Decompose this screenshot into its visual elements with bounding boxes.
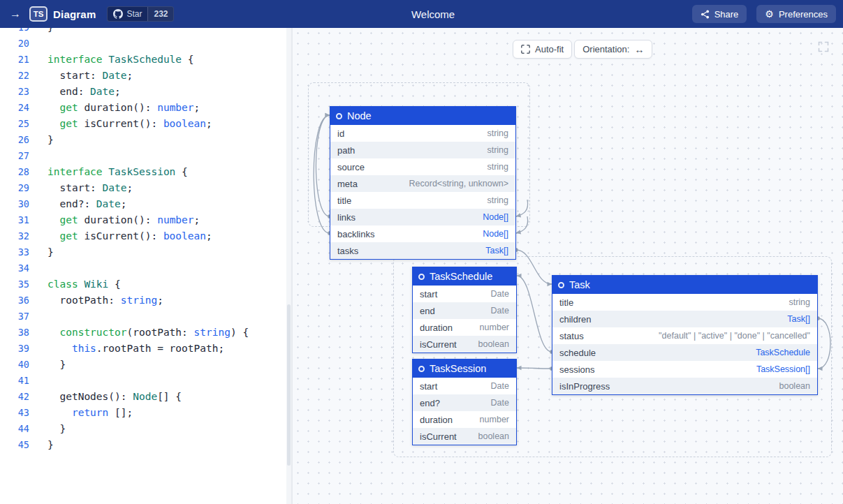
line-number: 23 (0, 84, 29, 100)
code-text: return []; (47, 407, 133, 418)
field-name: isInProgress (559, 381, 610, 392)
field-type: Date (491, 381, 509, 391)
code-line: 31 get duration(): number; (0, 212, 291, 228)
code-line: 42 getNodes(): Node[] { (0, 388, 291, 404)
field-type: string (487, 195, 508, 205)
code-line: 32 get isCurrent(): boolean; (0, 228, 291, 244)
field-name: title (559, 297, 573, 308)
entity-tasksession[interactable]: TaskSessionstartDateend?Datedurationnumb… (412, 359, 517, 445)
line-number: 40 (0, 357, 29, 373)
field-name: links (337, 212, 355, 223)
entity-node[interactable]: NodeidstringpathstringsourcestringmetaRe… (330, 106, 516, 260)
entity-taskschedule[interactable]: TaskSchedulestartDateendDatedurationnumb… (412, 267, 517, 353)
field-type: Date (491, 289, 509, 299)
field-type: string (487, 128, 508, 138)
code-text: constructor(rootPath: string) { (47, 327, 249, 338)
line-number: 32 (0, 228, 29, 244)
entity-task[interactable]: TasktitlestringchildrenTask[]status"defa… (552, 275, 818, 395)
code-line: 19} (0, 28, 291, 35)
code-line: 22 start: Date; (0, 67, 291, 83)
field-name: end? (420, 398, 440, 408)
entity-row: startDate (413, 286, 516, 302)
topbar: → TS Diagram Star 232 Welcome Share ⚙ Pr… (0, 0, 843, 28)
code-line: 20 (0, 35, 291, 51)
code-line: 35class Wiki { (0, 276, 291, 292)
code-text: rootPath: string; (47, 295, 163, 306)
code-line: 34 (0, 260, 291, 276)
line-number: 26 (0, 132, 29, 148)
entity-row: isCurrentboolean (413, 428, 516, 445)
field-type: Record<string, unknown> (409, 179, 508, 188)
field-name: isCurrent (420, 431, 457, 442)
field-name: id (337, 128, 344, 139)
github-star-button[interactable]: Star 232 (107, 6, 174, 22)
code-line: 27 (0, 147, 291, 163)
field-name: schedule (559, 348, 596, 358)
entity-row: metaRecord<string, unknown> (330, 175, 515, 192)
entity-row: idstring (330, 125, 515, 142)
field-type: string (487, 162, 508, 172)
field-name: duration (420, 323, 453, 333)
preferences-button[interactable]: ⚙ Preferences (756, 5, 836, 23)
code-line: 24 get duration(): number; (0, 99, 291, 115)
diagram-canvas[interactable]: NodeidstringpathstringsourcestringmetaRe… (293, 28, 843, 504)
entity-name: Node (347, 110, 372, 121)
line-number: 27 (0, 148, 29, 164)
field-name: end (420, 306, 435, 316)
auto-fit-button[interactable]: Auto-fit (513, 40, 572, 59)
field-type: string (487, 145, 508, 155)
entity-row: durationnumber (413, 411, 516, 428)
page-title: Welcome (174, 8, 691, 20)
field-name: meta (337, 179, 358, 189)
entity-row: end?Date (413, 394, 516, 411)
line-number: 44 (0, 421, 29, 437)
entity-row: endDate (413, 302, 516, 319)
orientation-button[interactable]: Orientation: ↔ (574, 40, 652, 59)
field-name: start (420, 381, 437, 392)
star-label: Star (126, 9, 142, 19)
code-text: end: Date; (47, 86, 121, 97)
fullscreen-icon[interactable] (818, 41, 829, 55)
code-editor[interactable]: 19}2021interface TaskSchedule {22 start:… (0, 28, 293, 504)
field-type: number (480, 323, 509, 332)
line-number: 30 (0, 196, 29, 212)
topbar-right: Share ⚙ Preferences (692, 5, 836, 23)
entity-name: TaskSchedule (430, 271, 492, 282)
github-star-main[interactable]: Star (108, 7, 147, 21)
code-line: 21interface TaskSchedule { (0, 51, 291, 67)
code-line: 30 end?: Date; (0, 195, 291, 212)
entity-row: sourcestring (330, 158, 515, 175)
editor-scrollbar-thumb[interactable] (287, 304, 291, 466)
entity-row: sessionsTaskSession[] (552, 361, 817, 378)
line-number: 41 (0, 373, 29, 389)
line-number: 22 (0, 68, 29, 84)
line-number: 31 (0, 212, 29, 228)
sidebar-toggle-icon[interactable]: → (8, 8, 22, 20)
line-number: 45 (0, 437, 29, 453)
field-type: boolean (478, 431, 510, 441)
line-number: 21 (0, 52, 29, 68)
code-text: get isCurrent(): boolean; (47, 230, 212, 242)
share-button[interactable]: Share (692, 5, 747, 23)
field-type: string (789, 297, 810, 307)
orientation-label: Orientation: (582, 44, 629, 54)
line-number: 43 (0, 405, 29, 421)
editor-scrollbar[interactable] (286, 28, 291, 504)
main-area: 19}2021interface TaskSchedule {22 start:… (0, 28, 843, 504)
entity-header: Task (552, 276, 817, 294)
line-number: 39 (0, 341, 29, 357)
field-name: tasks (337, 246, 358, 256)
code-line: 29 start: Date; (0, 179, 291, 195)
code-text: } (47, 423, 66, 434)
code-line: 41 (0, 372, 291, 388)
line-number: 42 (0, 389, 29, 405)
field-name: path (337, 145, 355, 156)
app-logo: TS Diagram (29, 6, 96, 22)
port-icon (336, 113, 342, 119)
line-number: 29 (0, 180, 29, 196)
entity-row: titlestring (330, 192, 515, 209)
code-text: start: Date; (47, 70, 133, 81)
field-type: Node[] (483, 229, 508, 239)
field-name: source (337, 162, 365, 172)
code-text: interface TaskSchedule { (47, 54, 194, 65)
